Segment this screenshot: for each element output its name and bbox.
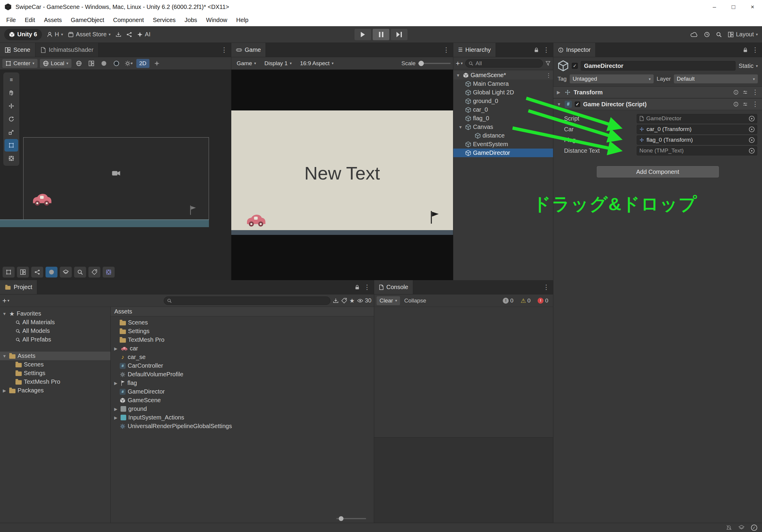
project-search-input[interactable] bbox=[164, 296, 331, 305]
hierarchy-item-main-camera[interactable]: Main Camera bbox=[453, 80, 553, 88]
tree-textmesh-pro[interactable]: TextMesh Pro bbox=[0, 377, 111, 386]
scene-options-icon[interactable]: ⋮ bbox=[546, 72, 551, 79]
tree-all-materials[interactable]: All Materials bbox=[0, 318, 111, 327]
rect-tool[interactable] bbox=[4, 139, 18, 152]
lock-icon[interactable] bbox=[534, 47, 539, 53]
tag-dropdown[interactable]: Untagged▾ bbox=[570, 74, 654, 83]
cloud-icon[interactable] bbox=[690, 31, 698, 38]
tree-favorites[interactable]: ▼ ★ Favorites bbox=[0, 309, 111, 318]
layout-dropdown[interactable]: Layout▾ bbox=[728, 31, 758, 38]
shaded-mode-button[interactable] bbox=[99, 59, 109, 68]
asset-settings[interactable]: Settings bbox=[111, 327, 374, 336]
component-menu-icon[interactable]: ⋮ bbox=[752, 100, 758, 108]
menu-edit[interactable]: Edit bbox=[20, 14, 39, 26]
help-icon[interactable] bbox=[733, 101, 738, 107]
distance-text-object-field[interactable]: None (TMP_Text) bbox=[637, 146, 757, 155]
expand-arrow-icon[interactable]: ▶ bbox=[113, 346, 118, 351]
cache-layers-icon[interactable] bbox=[738, 525, 744, 531]
hidden-count[interactable]: 30 bbox=[357, 297, 371, 304]
script-object-field[interactable]: GameDirector bbox=[637, 114, 757, 123]
object-picker-icon[interactable] bbox=[749, 148, 755, 154]
scene-lighting-button[interactable]: ▾ bbox=[124, 59, 134, 68]
grid-visibility-button[interactable] bbox=[74, 59, 84, 68]
create-object-button[interactable]: +▾ bbox=[456, 59, 463, 68]
scene-menu-icon[interactable]: ⋮ bbox=[221, 46, 227, 54]
asset-ground[interactable]: ▶ ground bbox=[111, 405, 374, 413]
gamedirector-component-header[interactable]: ▼ # ✓ Game Director (Script) ⋮ bbox=[553, 98, 762, 110]
flag-object-field[interactable]: flag_0 (Transform) bbox=[637, 135, 757, 145]
tree-packages[interactable]: ▶ Packages bbox=[0, 386, 111, 395]
menu-gameobject[interactable]: GameObject bbox=[66, 14, 109, 26]
open-asset-icon[interactable] bbox=[333, 298, 339, 304]
collapse-toggle[interactable]: Collapse bbox=[403, 297, 428, 304]
expand-arrow-icon[interactable]: ▼ bbox=[2, 354, 7, 358]
hierarchy-search-input[interactable]: All bbox=[465, 59, 543, 68]
asset-flag[interactable]: ▶ flag bbox=[111, 379, 374, 387]
expand-arrow-icon[interactable]: ▼ bbox=[455, 73, 461, 78]
component-menu-icon[interactable]: ⋮ bbox=[752, 88, 758, 96]
tab-project[interactable]: Project bbox=[0, 280, 37, 294]
search-overlay-button[interactable] bbox=[74, 266, 86, 278]
menu-jobs[interactable]: Jobs bbox=[180, 14, 201, 26]
gizmos-button[interactable] bbox=[59, 266, 72, 278]
object-name-field[interactable]: GameDirector bbox=[581, 61, 735, 71]
hierarchy-item-eventsystem[interactable]: EventSystem bbox=[453, 140, 553, 149]
tab-game[interactable]: Game bbox=[231, 43, 266, 57]
tab-ichimatsushader[interactable]: IchimatsuShader bbox=[36, 43, 99, 57]
inspector-menu-icon[interactable]: ⋮ bbox=[752, 46, 758, 54]
align-overlay-button[interactable] bbox=[17, 266, 29, 278]
breadcrumb[interactable]: Assets bbox=[111, 307, 374, 317]
label-icon[interactable] bbox=[341, 298, 347, 304]
menu-file[interactable]: File bbox=[2, 14, 20, 26]
mode-2d-toggle[interactable]: 2D bbox=[136, 59, 149, 68]
maximize-button[interactable]: □ bbox=[724, 0, 743, 14]
compile-status-icon[interactable]: ✓ bbox=[751, 525, 757, 531]
close-button[interactable]: × bbox=[743, 0, 762, 14]
menu-help[interactable]: Help bbox=[232, 14, 253, 26]
rect-overlay-button[interactable] bbox=[2, 266, 15, 278]
minimize-button[interactable]: – bbox=[705, 0, 724, 14]
display-dropdown[interactable]: Display 1▾ bbox=[261, 59, 295, 68]
grid-snap-button[interactable] bbox=[31, 266, 43, 278]
tree-all-models[interactable]: All Models bbox=[0, 327, 111, 335]
render-mode-button[interactable] bbox=[45, 266, 58, 278]
scene-viewport[interactable]: ≡ bbox=[0, 70, 231, 280]
expand-arrow-icon[interactable]: ▶ bbox=[2, 388, 7, 393]
transform-tool[interactable] bbox=[4, 152, 18, 165]
expand-arrow-icon[interactable]: ▶ bbox=[557, 90, 562, 95]
tab-console[interactable]: Console bbox=[374, 280, 413, 294]
asset-gamescene[interactable]: GameScene bbox=[111, 396, 374, 405]
menu-assets[interactable]: Assets bbox=[39, 14, 66, 26]
shuffle-overlay-button[interactable] bbox=[103, 266, 115, 278]
tab-hierarchy[interactable]: ☰ Hierarchy bbox=[453, 43, 496, 57]
tool-space-dropdown[interactable]: Local▾ bbox=[40, 59, 71, 68]
step-button[interactable] bbox=[391, 29, 408, 40]
object-picker-icon[interactable] bbox=[749, 126, 755, 132]
expand-arrow-icon[interactable]: ▼ bbox=[2, 311, 7, 316]
component-enabled-checkbox[interactable]: ✓ bbox=[575, 102, 580, 107]
info-count-badge[interactable]: ! 0 bbox=[500, 297, 516, 304]
scale-slider[interactable] bbox=[418, 63, 451, 64]
move-tool[interactable] bbox=[4, 100, 18, 112]
layer-dropdown[interactable]: Default▾ bbox=[674, 74, 758, 83]
favorites-star-icon[interactable]: ★ bbox=[349, 297, 355, 304]
presets-icon[interactable] bbox=[743, 89, 748, 95]
asset-urp-global-settings[interactable]: UniversalRenderPipelineGlobalSettings bbox=[111, 422, 374, 430]
game-menu-icon[interactable]: ⋮ bbox=[443, 46, 449, 54]
menu-window[interactable]: Window bbox=[201, 14, 232, 26]
asset-store-dropdown[interactable]: Asset Store▾ bbox=[68, 31, 111, 38]
expand-arrow-icon[interactable]: ▼ bbox=[457, 125, 463, 129]
expand-arrow-icon[interactable]: ▶ bbox=[113, 407, 118, 412]
asset-gamedirector[interactable]: # GameDirector bbox=[111, 387, 374, 396]
tree-settings[interactable]: Settings bbox=[0, 369, 111, 377]
asset-car[interactable]: ▶ car bbox=[111, 344, 374, 353]
search-filter-icon[interactable] bbox=[545, 60, 551, 66]
hierarchy-item-ground-0[interactable]: ground_0 bbox=[453, 97, 553, 106]
expand-arrow-icon[interactable]: ▶ bbox=[113, 381, 118, 386]
add-component-button[interactable]: Add Component bbox=[597, 166, 719, 178]
history-icon[interactable] bbox=[704, 32, 710, 38]
audio-mute-button[interactable] bbox=[152, 59, 162, 68]
car-object-field[interactable]: car_0 (Transform) bbox=[637, 125, 757, 134]
car-sprite[interactable] bbox=[31, 192, 52, 206]
asset-scenes[interactable]: Scenes bbox=[111, 318, 374, 327]
